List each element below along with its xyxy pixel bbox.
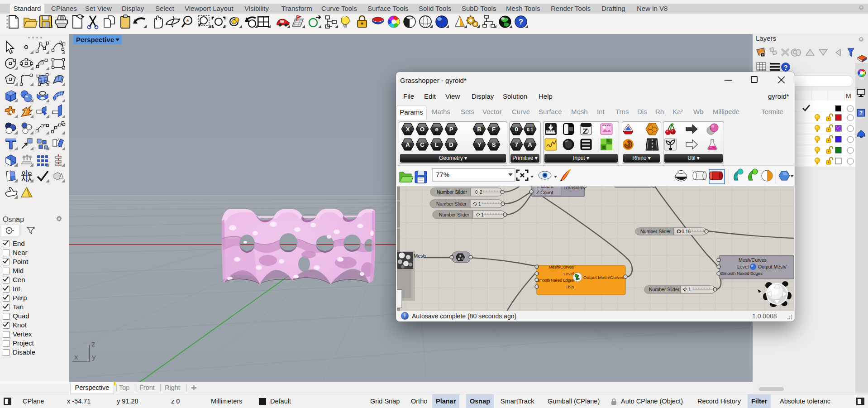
svg-text:D: D [449, 141, 453, 148]
svg-text:Number Slider: Number Slider [437, 189, 467, 195]
svg-text:Smooth Naked Edges: Smooth Naked Edges [537, 278, 574, 283]
svg-text:Y: Y [477, 141, 482, 148]
svg-text:Mesh: Mesh [414, 253, 426, 259]
svg-text:?: ? [519, 18, 523, 26]
svg-text:Number Slider: Number Slider [439, 212, 470, 217]
svg-text:1: 1 [688, 287, 691, 292]
svg-text:Output Mesh/​: Output Mesh/​ [758, 264, 787, 269]
svg-text:?: ? [859, 110, 863, 115]
svg-text:O: O [420, 126, 424, 133]
svg-text:Smooth Naked Edges: Smooth Naked Edges [721, 271, 763, 276]
svg-text:±: ± [186, 18, 189, 23]
svg-text:A: A [528, 141, 532, 148]
svg-text:0.16: 0.16 [682, 229, 691, 234]
svg-text:A: A [405, 141, 410, 148]
svg-text:1: 1 [481, 212, 484, 217]
svg-text:Layers: Layers [756, 34, 776, 42]
svg-text:Level: Level [737, 264, 749, 269]
svg-text:B: B [477, 126, 481, 133]
svg-text:Output Mesh/Curves: Output Mesh/Curves [583, 275, 624, 280]
svg-text:1: 1 [478, 201, 481, 206]
svg-text:2: 2 [480, 189, 482, 195]
svg-text:Y Count: Y Count [536, 187, 553, 189]
svg-text:X: X [406, 126, 410, 133]
svg-text:z: z [91, 340, 95, 348]
svg-text:Number Slider: Number Slider [640, 229, 671, 234]
svg-text:0: 0 [515, 126, 518, 133]
svg-text:Transform: Transform [563, 187, 585, 190]
svg-text:Number Slider: Number Slider [649, 287, 680, 292]
svg-text:Thin: Thin [566, 284, 574, 289]
svg-text:Mesh/Curves: Mesh/Curves [548, 264, 574, 269]
svg-text:M: M [846, 92, 851, 100]
svg-text:y: y [92, 353, 96, 361]
svg-text:S: S [492, 141, 496, 148]
svg-text:L: L [435, 141, 439, 148]
svg-text:Mesh/Curves: Mesh/Curves [739, 257, 767, 263]
svg-text:Z Count: Z Count [536, 190, 553, 195]
svg-text:x: x [74, 353, 78, 361]
svg-text:F: F [492, 126, 496, 133]
svg-text:0.1: 0.1 [527, 127, 533, 132]
svg-text:Perspective: Perspective [76, 36, 114, 43]
svg-text:Number Slider: Number Slider [436, 201, 467, 206]
svg-text:e: e [435, 126, 438, 133]
svg-text:?: ? [783, 63, 787, 71]
svg-text:P: P [449, 126, 453, 133]
svg-text:Level: Level [563, 271, 574, 276]
svg-text:7: 7 [515, 141, 518, 148]
svg-text:77%: 77% [436, 171, 449, 178]
svg-text:C: C [420, 141, 424, 148]
